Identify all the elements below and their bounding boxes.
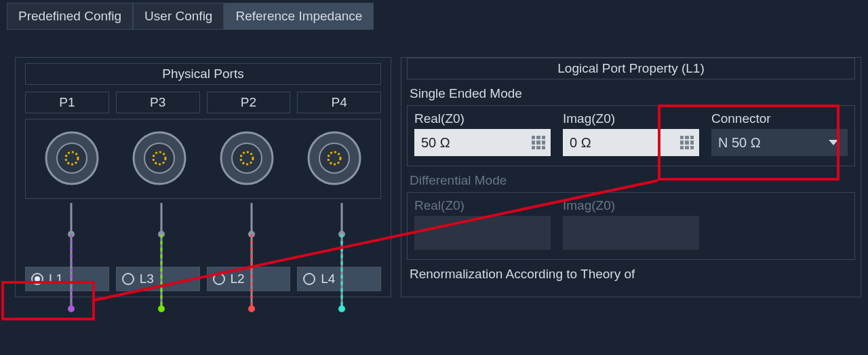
diff-imag-z0-label: Imag(Z0) [563, 198, 699, 213]
svg-point-4 [144, 143, 174, 173]
tab-bar: Predefined Config User Config Reference … [0, 0, 868, 30]
logical-port-label: L3 [140, 272, 154, 286]
logical-port-label: L4 [321, 272, 335, 286]
svg-point-10 [319, 143, 349, 173]
radio-icon [31, 273, 43, 285]
svg-point-21 [248, 231, 255, 238]
keypad-icon[interactable] [532, 136, 545, 149]
tab-predefined-config[interactable]: Predefined Config [7, 3, 133, 30]
connector-icon[interactable] [207, 129, 288, 187]
chevron-down-icon [829, 140, 838, 145]
logical-port-l2[interactable]: L2 [207, 267, 291, 291]
port-p1[interactable]: P1 [25, 92, 109, 113]
diff-imag-z0-input [563, 216, 699, 250]
imag-z0-value: 0 Ω [570, 135, 591, 151]
connectors-box [25, 119, 381, 199]
connector-icon[interactable] [119, 129, 199, 187]
logical-port-l1[interactable]: L1 [25, 267, 109, 291]
connector-icon[interactable] [294, 129, 375, 187]
svg-point-19 [158, 305, 165, 312]
tab-reference-impedance[interactable]: Reference Impedance [224, 3, 374, 30]
connector-dropdown[interactable]: N 50 Ω [711, 129, 848, 156]
physical-ports-panel: Physical Ports P1 P3 P2 P4 [15, 57, 391, 297]
differential-mode-label: Differential Mode [401, 166, 861, 192]
port-p3[interactable]: P3 [116, 92, 200, 113]
svg-point-1 [57, 143, 87, 173]
connector-value: N 50 Ω [718, 135, 761, 151]
logical-port-l3[interactable]: L3 [116, 267, 200, 291]
logical-port-l4[interactable]: L4 [297, 267, 381, 291]
real-z0-value: 50 Ω [421, 135, 450, 151]
svg-point-13 [68, 231, 75, 238]
logical-port-property-panel: Logical Port Property (L1) Single Ended … [401, 57, 861, 297]
single-ended-mode-label: Single Ended Mode [401, 79, 861, 105]
single-ended-fields: Real(Z0) 50 Ω Imag(Z0) 0 Ω Connector N 5… [407, 105, 855, 166]
differential-fields: Real(Z0) Imag(Z0) [407, 192, 855, 260]
svg-point-25 [338, 231, 345, 238]
radio-icon [122, 273, 134, 285]
real-z0-label: Real(Z0) [414, 111, 551, 126]
svg-point-15 [68, 305, 75, 312]
tab-user-config[interactable]: User Config [133, 3, 224, 30]
svg-point-23 [248, 305, 255, 312]
diff-real-z0-label: Real(Z0) [414, 198, 551, 213]
imag-z0-input[interactable]: 0 Ω [563, 129, 699, 156]
radio-icon [213, 273, 225, 285]
connector-label: Connector [711, 111, 848, 126]
logical-port-label: L2 [231, 272, 245, 286]
port-p4[interactable]: P4 [297, 92, 381, 113]
imag-z0-label: Imag(Z0) [563, 111, 699, 126]
renormalization-label: Renormalization According to Theory of [401, 260, 861, 286]
svg-point-27 [338, 305, 345, 312]
diff-real-z0-input [414, 216, 551, 250]
physical-ports-title: Physical Ports [25, 63, 381, 85]
keypad-icon[interactable] [680, 136, 694, 149]
physical-ports-row: P1 P3 P2 P4 [21, 85, 385, 113]
real-z0-input[interactable]: 50 Ω [414, 129, 551, 156]
svg-point-7 [232, 143, 262, 173]
radio-icon [303, 273, 315, 285]
svg-point-17 [158, 231, 165, 238]
logical-port-label: L1 [49, 272, 63, 286]
property-title: Logical Port Property (L1) [407, 58, 855, 79]
logical-ports-row: L1 L3 L2 L4 [21, 267, 385, 291]
connector-icon[interactable] [31, 129, 112, 187]
port-p2[interactable]: P2 [207, 92, 291, 113]
